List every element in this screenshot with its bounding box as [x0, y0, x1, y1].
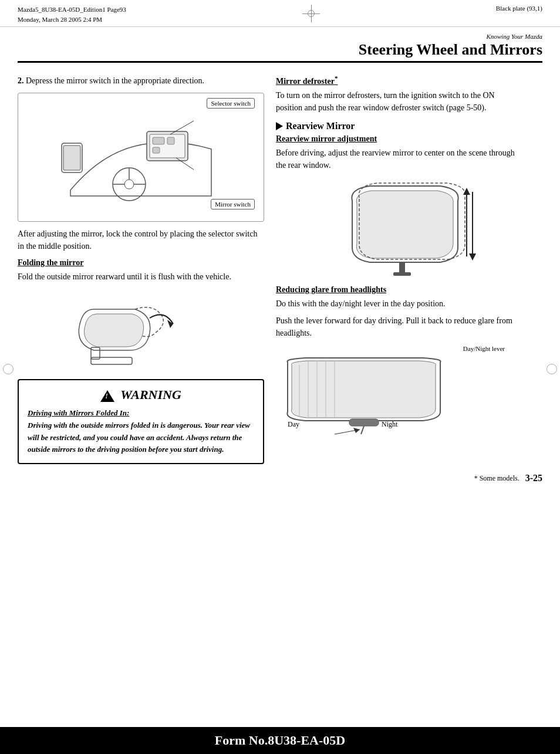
folding-text: Fold the outside mirror rearward until i… [18, 271, 264, 283]
header-center [302, 5, 320, 22]
folding-heading: Folding the mirror [18, 258, 264, 268]
svg-rect-11 [153, 147, 160, 153]
day-label: Day [288, 420, 299, 429]
svg-rect-10 [167, 137, 174, 144]
svg-marker-20 [469, 253, 476, 261]
svg-rect-9 [153, 137, 164, 144]
section-title-area: Knowing Your Mazda Steering Wheel and Mi… [0, 27, 560, 66]
plate-info: Black plate (93,1) [496, 5, 542, 12]
header-right: Black plate (93,1) [496, 5, 542, 12]
svg-point-3 [124, 180, 134, 189]
glare-heading: Reducing glare from headlights [276, 285, 522, 295]
header-line2: Monday, March 28 2005 2:4 PM [18, 15, 126, 25]
defroster-text: To turn on the mirror defrosters, turn t… [276, 89, 522, 114]
selector-switch-label: Selector switch [207, 98, 255, 109]
form-number: Form No.8U38-EA-05D [215, 733, 345, 748]
mirror-diagram: Selector switch Mirror switch [18, 93, 264, 222]
folding-section: Folding the mirror Fold the outside mirr… [18, 258, 264, 283]
rearview-adj-text: Before driving, adjust the rearview mirr… [276, 147, 522, 171]
section-subtitle: Knowing Your Mazda [18, 33, 542, 40]
warning-box: WARNING Driving with Mirrors Folded In: … [18, 379, 264, 464]
footnote-area: * Some models. 3-25 [0, 470, 560, 486]
mirror-switch-label: Mirror switch [211, 199, 255, 209]
header-left: Mazda5_8U38-EA-05D_Edition1 Page93 Monda… [18, 5, 126, 24]
step2-text: 2. Depress the mirror switch in the appr… [18, 75, 264, 87]
day-night-diagram: Day/Night lever [276, 345, 522, 429]
folding-diagram-svg [59, 292, 223, 368]
warning-heading: Driving with Mirrors Folded In: [28, 408, 129, 417]
rearview-adj-heading: Rearview mirror adjustment [276, 134, 522, 144]
svg-marker-14 [167, 320, 173, 328]
defroster-section: Mirror defroster* To turn on the mirror … [276, 75, 522, 114]
warning-body: Driving with the outside mirrors folded … [28, 421, 250, 454]
side-marker-right [546, 364, 557, 374]
glare-text1: Do this with the day/night lever in the … [276, 297, 522, 310]
after-adjust-text: After adjusting the mirror, lock the con… [18, 228, 264, 252]
svg-rect-1 [63, 146, 80, 170]
rearview-heading: Rearview Mirror [286, 121, 355, 131]
left-column: 2. Depress the mirror switch in the appr… [18, 75, 264, 464]
folding-diagram [18, 292, 264, 370]
page-header: Mazda5_8U38-EA-05D_Edition1 Page93 Monda… [0, 0, 560, 27]
mirror-diagram-svg [53, 96, 229, 214]
asterisk-note: * Some models. [474, 474, 519, 483]
night-label: Night [382, 420, 397, 429]
rearview-heading-area: Rearview Mirror [276, 121, 522, 131]
defroster-heading: Mirror defroster* [276, 75, 522, 86]
header-line1: Mazda5_8U38-EA-05D_Edition1 Page93 [18, 5, 126, 15]
svg-rect-16 [91, 357, 132, 364]
section-title: Steering Wheel and Mirrors [18, 41, 542, 63]
page-footer: Form No.8U38-EA-05D [0, 727, 560, 754]
svg-marker-18 [463, 188, 470, 195]
side-marker-left [3, 364, 14, 374]
day-night-labels: Day Night [276, 420, 522, 429]
right-column: Mirror defroster* To turn on the mirror … [276, 75, 522, 464]
warning-text: Driving with Mirrors Folded In: Driving … [28, 407, 254, 456]
warning-title: WARNING [28, 387, 254, 403]
warning-triangle-icon [100, 390, 114, 402]
rearview-diagram [276, 177, 522, 279]
glare-text2: Push the lever forward for day driving. … [276, 315, 522, 339]
page-number: 3-25 [525, 473, 542, 483]
svg-rect-22 [393, 272, 411, 276]
crosshair-icon [302, 5, 320, 22]
triangle-bullet-icon [276, 122, 283, 130]
main-content: 2. Depress the mirror switch in the appr… [0, 66, 560, 470]
lever-label: Day/Night lever [276, 345, 505, 352]
rearview-svg [317, 177, 481, 277]
